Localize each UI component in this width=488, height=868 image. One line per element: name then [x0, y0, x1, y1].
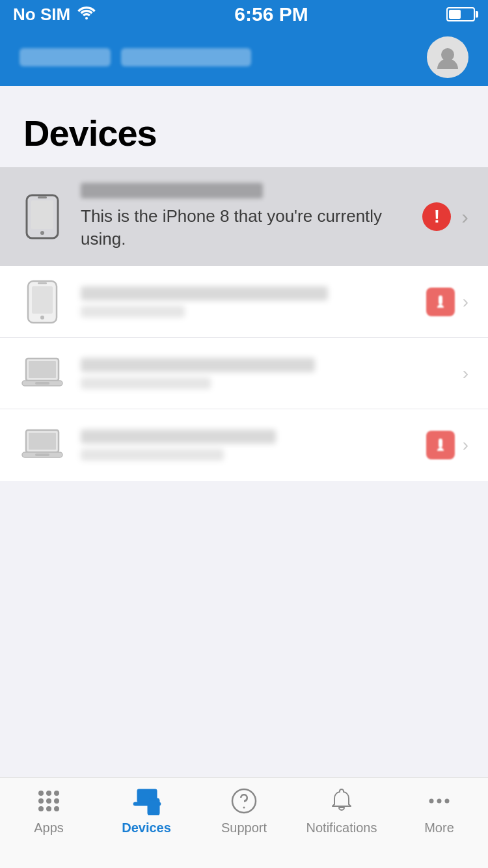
support-tab-label: Support — [221, 821, 267, 835]
current-device-name-blurred — [81, 183, 263, 198]
tab-support[interactable]: Support — [195, 787, 293, 835]
more-icon — [422, 787, 456, 815]
current-device-row[interactable]: This is the iPhone 8 that you're current… — [0, 167, 488, 266]
device-3-name-blur — [81, 429, 276, 444]
svg-point-25 — [46, 806, 51, 811]
tab-notifications[interactable]: Notifications — [293, 787, 390, 835]
content-area — [0, 481, 488, 663]
svg-rect-7 — [32, 286, 53, 314]
app-header — [0, 29, 488, 86]
current-device-subtitle: This is the iPhone 8 that you're current… — [81, 206, 382, 249]
notifications-tab-label: Notifications — [306, 821, 377, 835]
svg-point-4 — [40, 231, 44, 235]
device-3-sub-blur — [81, 449, 224, 461]
svg-rect-5 — [38, 197, 47, 198]
carrier-text: No SIM — [13, 5, 70, 25]
tab-bar: Apps Devices Support — [0, 777, 488, 868]
svg-rect-17 — [35, 454, 49, 456]
svg-rect-15 — [29, 433, 56, 450]
device-2-name-blur — [81, 358, 315, 372]
current-device-icon — [20, 194, 65, 239]
svg-point-32 — [153, 813, 155, 815]
device-1-name-blur — [81, 286, 328, 301]
svg-point-21 — [38, 798, 44, 804]
apps-tab-label: Apps — [34, 821, 64, 835]
svg-point-36 — [437, 799, 442, 804]
alert-icon: ! — [422, 202, 451, 231]
device-1-badge — [426, 288, 455, 316]
chevron-icon: › — [461, 205, 468, 229]
svg-rect-9 — [38, 282, 47, 284]
svg-point-24 — [38, 806, 44, 811]
devices-icon — [129, 787, 163, 815]
more-tab-label: More — [424, 821, 454, 835]
current-device-actions: ! › — [422, 202, 468, 231]
device-3-actions: › — [426, 431, 468, 459]
carrier-wifi: No SIM — [13, 5, 96, 25]
wifi-icon — [77, 5, 96, 23]
svg-point-26 — [54, 806, 59, 811]
device-2-actions: › — [463, 363, 468, 384]
device-2-chevron: › — [463, 363, 468, 384]
status-time: 6:56 PM — [234, 3, 308, 25]
svg-point-34 — [243, 807, 245, 809]
tab-apps[interactable]: Apps — [0, 787, 98, 835]
other-devices-section: › › — [0, 266, 488, 481]
svg-rect-11 — [29, 361, 56, 378]
device-1-icon — [20, 280, 65, 324]
status-bar: No SIM 6:56 PM — [0, 0, 488, 29]
current-device-info: This is the iPhone 8 that you're current… — [81, 183, 407, 251]
svg-point-37 — [445, 799, 450, 804]
apps-icon — [32, 787, 66, 815]
device-row[interactable]: › — [0, 338, 488, 409]
svg-point-8 — [40, 316, 44, 319]
device-3-info — [81, 429, 411, 461]
svg-rect-3 — [31, 200, 53, 229]
tab-devices[interactable]: Devices — [98, 787, 195, 835]
device-2-sub-blur — [81, 377, 211, 389]
notifications-icon — [325, 787, 359, 815]
device-3-icon — [20, 427, 65, 463]
header-title — [20, 48, 251, 66]
svg-point-35 — [429, 799, 434, 804]
svg-rect-31 — [149, 800, 158, 812]
device-3-chevron: › — [463, 435, 468, 455]
svg-point-20 — [54, 791, 59, 796]
device-1-info — [81, 286, 411, 318]
page-title-area: Devices — [0, 86, 488, 167]
device-1-sub-blur — [81, 306, 185, 318]
devices-tab-label: Devices — [122, 821, 171, 835]
battery-icon — [446, 7, 475, 21]
page-title: Devices — [23, 112, 465, 154]
svg-point-23 — [54, 798, 59, 804]
header-blur-2 — [121, 48, 251, 66]
device-1-actions: › — [426, 288, 468, 316]
support-icon — [227, 787, 261, 815]
svg-point-19 — [46, 791, 51, 796]
device-row[interactable]: › — [0, 409, 488, 481]
svg-point-22 — [46, 798, 51, 804]
device-2-icon — [20, 356, 65, 391]
device-3-badge — [426, 431, 455, 459]
device-list: This is the iPhone 8 that you're current… — [0, 167, 488, 481]
svg-point-0 — [85, 17, 88, 20]
svg-point-18 — [38, 791, 44, 796]
device-row[interactable]: › — [0, 266, 488, 338]
battery-area — [446, 7, 475, 21]
device-1-chevron: › — [463, 292, 468, 312]
device-2-info — [81, 358, 447, 389]
svg-rect-13 — [35, 382, 49, 385]
user-avatar[interactable] — [427, 36, 468, 78]
header-blur-1 — [20, 48, 111, 66]
tab-more[interactable]: More — [390, 787, 488, 835]
